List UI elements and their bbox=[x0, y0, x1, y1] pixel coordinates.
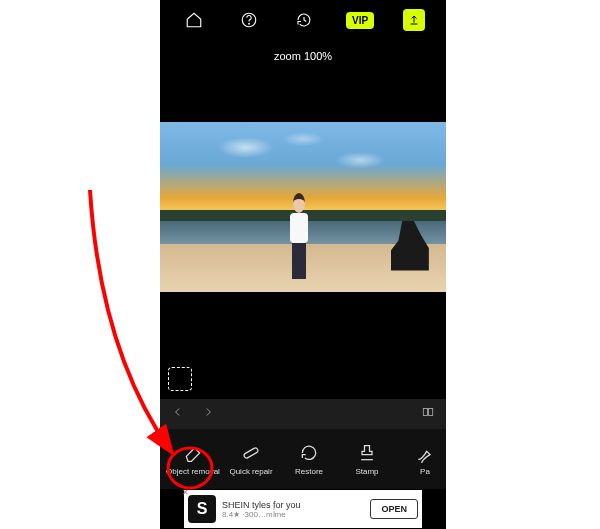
photo-preview bbox=[160, 122, 446, 292]
redo-button[interactable] bbox=[200, 405, 216, 423]
subject-girl bbox=[286, 193, 312, 283]
tool-label: Object removal bbox=[166, 467, 220, 476]
help-icon bbox=[240, 11, 258, 29]
stamp-icon bbox=[357, 443, 377, 463]
zoom-indicator: zoom 100% bbox=[160, 40, 446, 82]
brush-icon bbox=[415, 443, 435, 463]
tool-object-removal[interactable]: Object removal bbox=[164, 443, 222, 476]
ad-title: SHEIN tyles for you bbox=[222, 500, 364, 510]
home-button[interactable] bbox=[181, 7, 207, 33]
help-button[interactable] bbox=[236, 7, 262, 33]
annotation-arrow bbox=[90, 190, 170, 450]
undo-button[interactable] bbox=[170, 405, 186, 423]
tool-label: Restore bbox=[295, 467, 323, 476]
ad-open-button[interactable]: OPEN bbox=[370, 499, 418, 519]
history-bar bbox=[160, 399, 446, 429]
svg-rect-4 bbox=[243, 447, 258, 459]
svg-point-1 bbox=[248, 23, 249, 24]
tool-label: Stamp bbox=[355, 467, 378, 476]
tool-label: Pa bbox=[420, 467, 430, 476]
eraser-icon bbox=[183, 443, 203, 463]
ad-subtitle: 8.4★ ·300…mأme bbox=[222, 510, 364, 519]
svg-rect-3 bbox=[429, 409, 433, 416]
tool-partial[interactable]: Pa bbox=[396, 443, 446, 476]
export-button[interactable] bbox=[403, 9, 425, 31]
tool-quick-repair[interactable]: Quick repair bbox=[222, 443, 280, 476]
bandage-icon bbox=[241, 443, 261, 463]
history-button[interactable] bbox=[291, 7, 317, 33]
ad-container: ✕ S SHEIN tyles for you 8.4★ ·300…mأme O… bbox=[160, 489, 446, 529]
selection-mode-button[interactable] bbox=[168, 367, 192, 391]
compare-icon bbox=[420, 405, 436, 419]
ad-banner[interactable]: ✕ S SHEIN tyles for you 8.4★ ·300…mأme O… bbox=[184, 490, 422, 528]
tool-strip: Object removal Quick repair Restore Stam… bbox=[160, 429, 446, 489]
svg-rect-2 bbox=[423, 409, 427, 416]
tool-label: Quick repair bbox=[229, 467, 272, 476]
export-icon bbox=[408, 14, 420, 26]
home-icon bbox=[185, 11, 203, 29]
tool-stamp[interactable]: Stamp bbox=[338, 443, 396, 476]
compare-button[interactable] bbox=[420, 405, 436, 423]
canvas-area[interactable] bbox=[160, 82, 446, 399]
ad-close-icon[interactable]: ✕ bbox=[182, 488, 192, 498]
undo-icon bbox=[170, 405, 186, 419]
top-toolbar: VIP bbox=[160, 0, 446, 40]
phone-screen: VIP zoom 100% bbox=[160, 0, 446, 529]
vip-badge[interactable]: VIP bbox=[346, 12, 374, 29]
tool-restore[interactable]: Restore bbox=[280, 443, 338, 476]
history-icon bbox=[295, 11, 313, 29]
redo-icon bbox=[200, 405, 216, 419]
ad-logo: S bbox=[188, 495, 216, 523]
restore-icon bbox=[299, 443, 319, 463]
